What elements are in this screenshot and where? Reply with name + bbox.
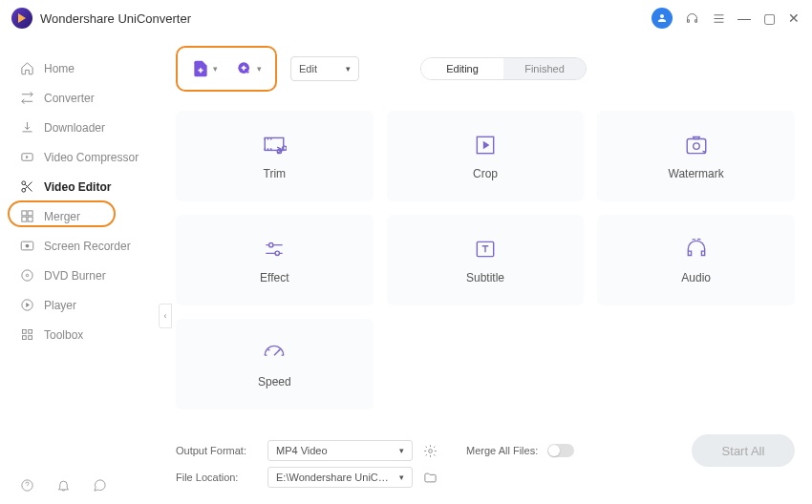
- trim-icon: [262, 133, 287, 158]
- crop-icon: [473, 133, 498, 158]
- sidebar-item-downloader[interactable]: Downloader: [0, 113, 166, 142]
- sidebar-item-label: Video Editor: [44, 180, 111, 194]
- user-avatar[interactable]: [652, 8, 673, 29]
- record-icon: [19, 239, 34, 254]
- minimize-button[interactable]: —: [737, 11, 751, 25]
- chevron-down-icon: ▾: [213, 64, 218, 74]
- effect-icon: [262, 237, 287, 262]
- bottom-bar: Output Format: MP4 Video ▾ Merge All Fil…: [176, 428, 795, 504]
- svg-rect-13: [28, 330, 32, 334]
- sidebar-item-label: Converter: [44, 92, 95, 105]
- editor-grid: Trim Crop Watermark Effect Subtitle Audi…: [176, 111, 795, 410]
- start-all-button[interactable]: Start All: [692, 434, 795, 467]
- output-format-select[interactable]: MP4 Video ▾: [267, 440, 413, 461]
- audio-icon: [684, 237, 709, 262]
- chevron-down-icon: ▾: [399, 446, 404, 455]
- tab-finished[interactable]: Finished: [503, 58, 586, 79]
- help-icon[interactable]: [19, 477, 34, 493]
- svg-point-2: [21, 188, 25, 192]
- sidebar-item-label: Downloader: [44, 121, 105, 135]
- chevron-down-icon: ▾: [257, 64, 262, 74]
- svg-rect-6: [28, 217, 32, 221]
- download-icon: [19, 120, 34, 136]
- main-content: ▾ ▾ Edit ▾ Editing Finished Trim: [166, 36, 812, 504]
- titlebar: Wondershare UniConverter — ▢ ✕: [0, 0, 812, 36]
- watermark-icon: [684, 133, 709, 158]
- merge-toggle[interactable]: [547, 444, 574, 457]
- file-location-label: File Location:: [176, 472, 258, 483]
- add-folder-button[interactable]: ▾: [235, 59, 262, 78]
- maximize-button[interactable]: ▢: [762, 11, 776, 25]
- headset-icon[interactable]: [684, 10, 699, 26]
- toolbar: ▾ ▾ Edit ▾ Editing Finished: [176, 46, 795, 92]
- merge-label: Merge All Files:: [466, 445, 538, 456]
- feedback-icon[interactable]: [92, 477, 107, 493]
- output-format-label: Output Format:: [176, 445, 258, 456]
- compress-icon: [19, 150, 34, 165]
- sidebar: Home Converter Downloader Video Compress…: [0, 36, 166, 504]
- close-button[interactable]: ✕: [787, 11, 801, 25]
- menu-icon[interactable]: [711, 10, 726, 26]
- sidebar-item-compressor[interactable]: Video Compressor: [0, 142, 166, 172]
- sidebar-item-converter[interactable]: Converter: [0, 83, 166, 113]
- svg-point-24: [269, 242, 273, 246]
- bell-icon[interactable]: [55, 477, 71, 493]
- sidebar-item-label: Video Compressor: [44, 151, 139, 164]
- sidebar-item-video-editor[interactable]: Video Editor: [0, 172, 166, 201]
- app-title: Wondershare UniConverter: [40, 11, 191, 26]
- svg-rect-14: [22, 336, 26, 340]
- svg-point-25: [275, 251, 279, 255]
- sidebar-item-label: Home: [44, 62, 75, 75]
- svg-rect-5: [21, 217, 26, 221]
- speed-icon: [262, 341, 287, 366]
- toolbox-icon: [19, 327, 34, 343]
- collapse-sidebar-button[interactable]: ‹: [159, 304, 172, 328]
- svg-point-27: [428, 449, 432, 452]
- card-watermark[interactable]: Watermark: [597, 111, 795, 201]
- sidebar-item-screen-recorder[interactable]: Screen Recorder: [0, 231, 166, 261]
- tab-editing[interactable]: Editing: [421, 58, 503, 79]
- chevron-down-icon: ▾: [346, 64, 351, 74]
- subtitle-icon: [473, 237, 498, 262]
- sidebar-item-label: Toolbox: [44, 328, 83, 342]
- add-files-group: ▾ ▾: [176, 46, 277, 92]
- home-icon: [19, 61, 34, 76]
- svg-rect-4: [28, 211, 32, 216]
- sidebar-item-dvd-burner[interactable]: DVD Burner: [0, 261, 166, 290]
- folder-icon[interactable]: [422, 470, 438, 485]
- svg-point-9: [21, 270, 32, 281]
- sidebar-item-label: Screen Recorder: [44, 240, 131, 253]
- add-file-button[interactable]: ▾: [191, 59, 218, 78]
- svg-rect-15: [28, 336, 32, 340]
- svg-rect-3: [21, 211, 26, 216]
- sidebar-item-label: Merger: [44, 210, 80, 223]
- sidebar-item-label: DVD Burner: [44, 269, 106, 283]
- card-speed[interactable]: Speed: [176, 319, 374, 410]
- card-trim[interactable]: Trim: [176, 111, 374, 201]
- app-logo: [11, 8, 32, 29]
- disc-icon: [19, 268, 34, 284]
- chevron-down-icon: ▾: [399, 472, 404, 482]
- sidebar-item-player[interactable]: Player: [0, 290, 166, 320]
- svg-rect-12: [22, 330, 26, 334]
- sidebar-item-toolbox[interactable]: Toolbox: [0, 320, 166, 349]
- card-audio[interactable]: Audio: [597, 215, 795, 305]
- edit-dropdown[interactable]: Edit ▾: [290, 56, 359, 81]
- card-subtitle[interactable]: Subtitle: [387, 215, 585, 305]
- settings-icon[interactable]: [422, 443, 438, 458]
- play-icon: [19, 298, 34, 313]
- svg-point-23: [693, 142, 699, 149]
- file-location-select[interactable]: E:\Wondershare UniConverter ▾: [267, 467, 413, 488]
- converter-icon: [19, 91, 34, 106]
- merger-icon: [19, 209, 34, 224]
- sidebar-item-home[interactable]: Home: [0, 53, 166, 83]
- scissors-icon: [19, 179, 34, 195]
- svg-point-10: [26, 274, 29, 277]
- card-crop[interactable]: Crop: [387, 111, 585, 201]
- sidebar-item-merger[interactable]: Merger: [0, 201, 166, 231]
- svg-point-8: [25, 244, 29, 248]
- card-effect[interactable]: Effect: [176, 215, 374, 305]
- status-segment: Editing Finished: [420, 57, 587, 80]
- sidebar-item-label: Player: [44, 299, 76, 312]
- svg-point-1: [21, 181, 25, 185]
